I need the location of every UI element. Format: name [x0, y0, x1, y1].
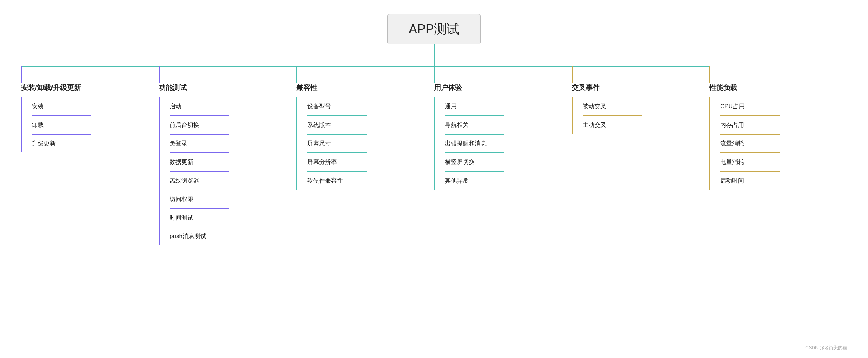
branch-1-item-2: 卸载 [32, 116, 91, 135]
branch-4-item-4: 横竖屏切换 [445, 153, 504, 172]
page-wrapper: APP测试 安装/卸载/升级更新安装卸载升级更新功能测试启动前后台切换免登录数据… [0, 0, 868, 358]
branch-6-item-4: 电量消耗 [720, 153, 780, 172]
branch-branch-6: 性能负载CPU占用内存占用流量消耗电量消耗启动时间 [709, 66, 847, 190]
branch-2-item-4: 数据更新 [170, 153, 229, 172]
branch-2-title: 功能测试 [159, 83, 187, 92]
branch-6-vert-connector [709, 66, 710, 83]
branch-branch-2: 功能测试启动前后台切换免登录数据更新离线浏览器访问权限时间测试push消息测试 [159, 66, 296, 245]
branch-1-item-1: 安装 [32, 97, 91, 116]
branch-6-items: CPU占用内存占用流量消耗电量消耗启动时间 [709, 97, 780, 190]
branch-1-title: 安装/卸载/升级更新 [21, 83, 81, 92]
root-node: APP测试 [387, 14, 481, 44]
branch-3-item-1: 设备型号 [307, 97, 367, 116]
branch-3-items: 设备型号系统版本屏幕尺寸屏幕分辨率软硬件兼容性 [296, 97, 367, 190]
branch-1-items: 安装卸载升级更新 [21, 97, 91, 152]
branch-5-item-1: 被动交叉 [583, 97, 642, 116]
branch-2-item-7: 时间测试 [170, 209, 229, 227]
branch-6-item-3: 流量消耗 [720, 135, 780, 153]
branch-4-item-3: 出错提醒和消息 [445, 135, 504, 153]
branch-3-item-4: 屏幕分辨率 [307, 153, 367, 172]
branch-3-title: 兼容性 [296, 83, 317, 92]
branch-4-item-2: 导航相关 [445, 116, 504, 135]
branch-3-item-5: 软硬件兼容性 [307, 172, 367, 190]
branch-6-item-5: 启动时间 [720, 172, 780, 190]
branch-1-item-3: 升级更新 [32, 135, 91, 152]
branch-5-item-2: 主动交叉 [583, 116, 642, 134]
branch-1-vert-connector [21, 66, 22, 83]
branch-branch-5: 交叉事件被动交叉主动交叉 [572, 66, 709, 134]
branch-2-vert-connector [159, 66, 160, 83]
branch-4-title: 用户体验 [434, 83, 462, 92]
branch-5-title: 交叉事件 [572, 83, 600, 92]
root-container: APP测试 安装/卸载/升级更新安装卸载升级更新功能测试启动前后台切换免登录数据… [21, 14, 847, 245]
branch-6-item-1: CPU占用 [720, 97, 780, 116]
branch-6-title: 性能负载 [709, 83, 737, 92]
branch-3-item-2: 系统版本 [307, 116, 367, 135]
branch-3-vert-connector [296, 66, 297, 83]
branch-4-item-5: 其他异常 [445, 172, 504, 190]
branch-2-item-2: 前后台切换 [170, 116, 229, 135]
branch-4-items: 通用导航相关出错提醒和消息横竖屏切换其他异常 [434, 97, 504, 190]
branch-2-item-1: 启动 [170, 97, 229, 116]
branch-2-items: 启动前后台切换免登录数据更新离线浏览器访问权限时间测试push消息测试 [159, 97, 229, 245]
branch-4-vert-connector [434, 66, 435, 83]
branch-5-vert-connector [572, 66, 573, 83]
branches-area: 安装/卸载/升级更新安装卸载升级更新功能测试启动前后台切换免登录数据更新离线浏览… [21, 66, 847, 245]
branch-2-item-6: 访问权限 [170, 190, 229, 209]
branch-branch-3: 兼容性设备型号系统版本屏幕尺寸屏幕分辨率软硬件兼容性 [296, 66, 434, 190]
branch-3-item-3: 屏幕尺寸 [307, 135, 367, 153]
branch-6-item-2: 内存占用 [720, 116, 780, 135]
branch-5-items: 被动交叉主动交叉 [572, 97, 642, 134]
branch-2-item-3: 免登录 [170, 135, 229, 153]
root-vertical-connector [434, 44, 435, 66]
watermark: CSDN @老街头的猫 [805, 345, 847, 351]
branch-2-item-5: 离线浏览器 [170, 172, 229, 190]
root-title: APP测试 [409, 22, 459, 36]
branch-2-item-8: push消息测试 [170, 227, 229, 245]
branch-4-item-1: 通用 [445, 97, 504, 116]
branches-row: 安装/卸载/升级更新安装卸载升级更新功能测试启动前后台切换免登录数据更新离线浏览… [21, 66, 847, 245]
branch-branch-4: 用户体验通用导航相关出错提醒和消息横竖屏切换其他异常 [434, 66, 572, 190]
branch-branch-1: 安装/卸载/升级更新安装卸载升级更新 [21, 66, 159, 152]
